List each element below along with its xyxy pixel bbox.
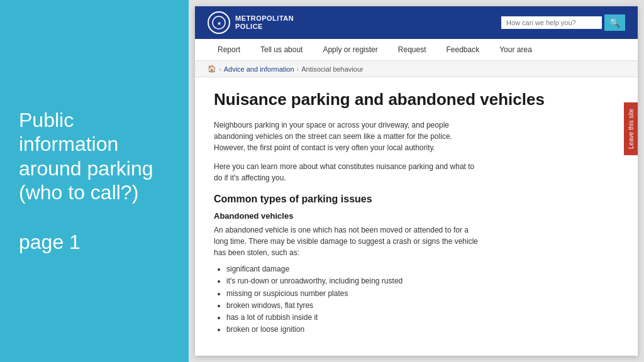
nav-item-request[interactable]: Request (388, 39, 436, 60)
subsection-title: Abandoned vehicles (214, 211, 619, 221)
subsection-text: An abandoned vehicle is one which has no… (214, 224, 484, 258)
nav-item-tell[interactable]: Tell us about (250, 39, 313, 60)
logo-area: ★ METROPOLITAN POLICE (208, 11, 294, 34)
breadcrumb-advice[interactable]: Advice and information (224, 65, 294, 73)
breadcrumb-sep1: › (219, 65, 221, 73)
list-item: has a lot of rubbish inside it (226, 312, 619, 324)
nav-item-report[interactable]: Report (208, 39, 250, 60)
nav-item-feedback[interactable]: Feedback (436, 39, 490, 60)
intro-paragraph-2: Here you can learn more about what const… (214, 161, 478, 184)
logo-text: METROPOLITAN POLICE (235, 14, 294, 31)
left-panel-page: page 1 (19, 230, 170, 254)
leave-site-button[interactable]: Leave this site (624, 102, 638, 155)
svg-text:★: ★ (217, 21, 221, 26)
police-logo-icon: ★ (211, 15, 226, 30)
list-item: broken windows, flat tyres (226, 300, 619, 312)
intro-paragraph-1: Neighbours parking in your space or acro… (214, 119, 478, 153)
breadcrumb-sep2: › (297, 65, 299, 73)
list-item: missing or suspicious number plates (226, 288, 619, 300)
breadcrumb-home-icon[interactable]: 🏠 (208, 65, 216, 73)
site-header: ★ METROPOLITAN POLICE 🔍 (195, 6, 638, 39)
nav-item-your-area[interactable]: Your area (489, 39, 542, 60)
page-title: Nuisance parking and abandoned vehicles (214, 90, 619, 109)
list-item: significant damage (226, 263, 619, 275)
breadcrumb-antisocial: Antisocial behaviour (301, 65, 363, 73)
breadcrumb: 🏠 › Advice and information › Antisocial … (195, 61, 638, 77)
content-area: Leave this site Nuisance parking and aba… (195, 77, 638, 356)
police-logo-badge: ★ (208, 11, 230, 34)
abandoned-vehicle-list: significant damage it's run-down or unro… (226, 263, 619, 336)
nav-item-apply[interactable]: Apply or register (313, 39, 387, 60)
browser-window: ★ METROPOLITAN POLICE 🔍 Report Tell us a… (195, 6, 638, 356)
right-panel: ★ METROPOLITAN POLICE 🔍 Report Tell us a… (189, 0, 644, 362)
list-item: broken or loose ignition (226, 324, 619, 336)
list-item: it's run-down or unroadworthy, including… (226, 275, 619, 287)
left-panel-title: Public information around parking (who t… (19, 108, 170, 205)
search-input[interactable] (501, 16, 602, 29)
site-nav: Report Tell us about Apply or register R… (195, 39, 638, 61)
search-area: 🔍 (501, 14, 625, 31)
left-panel: Public information around parking (who t… (0, 0, 189, 362)
section-title: Common types of parking issues (214, 194, 619, 205)
search-button[interactable]: 🔍 (604, 14, 625, 31)
